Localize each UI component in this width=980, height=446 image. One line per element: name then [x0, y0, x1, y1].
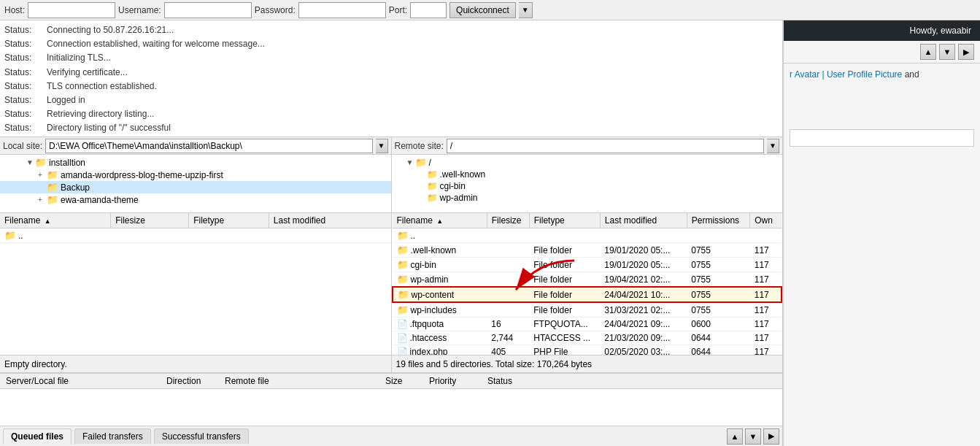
toolbar: Host: Username: Password: Port: Quickcon… — [0, 0, 980, 20]
remote-site-dropdown[interactable]: ▼ — [767, 139, 779, 153]
tree-item[interactable]: + 📁 ewa-amanda-theme — [0, 193, 391, 206]
howdy-bar: Howdy, ewaabir — [784, 20, 980, 41]
password-input[interactable] — [298, 2, 386, 18]
transfer-area: Server/Local file Direction Remote file … — [0, 373, 782, 446]
remote-tree-view[interactable]: ▼ 📁 / 📁 .well-known — [392, 155, 783, 213]
table-row[interactable]: 📁.. — [393, 228, 782, 243]
quickconnect-button[interactable]: Quickconnect — [450, 2, 516, 18]
sidebar-nav-right[interactable]: ▶ — [958, 44, 974, 60]
queue-tabs: Queued files Failed transfers Successful… — [3, 428, 250, 445]
col-server-file: Server/Local file — [6, 376, 166, 386]
local-site-label: Local site: — [3, 141, 42, 151]
bottom-nav-arrows: ▲ ▼ ▶ — [727, 428, 779, 445]
table-row[interactable]: 📄index.php 405PHP File02/05/2020 03:...0… — [393, 345, 782, 355]
table-row[interactable]: 📄.htaccess 2,744HTACCESS ...21/03/2020 0… — [393, 331, 782, 345]
tab-failed-transfers[interactable]: Failed transfers — [74, 428, 151, 445]
username-input[interactable] — [164, 2, 252, 18]
right-sidebar: Howdy, ewaabir ▲ ▼ ▶ r Avatar | User Pro… — [783, 20, 980, 446]
col-permissions[interactable]: Permissions — [687, 213, 749, 228]
table-row[interactable]: 📁cgi-bin File folder19/01/2020 05:...075… — [393, 258, 782, 272]
tree-item[interactable]: ▼ 📁 / — [392, 156, 783, 169]
col-priority: Priority — [429, 376, 487, 386]
host-label: Host: — [4, 5, 25, 15]
sidebar-avatar-text: r Avatar | User Profile Picture and — [790, 69, 974, 80]
nav-down-button[interactable]: ▼ — [745, 428, 761, 445]
sidebar-search-input[interactable] — [790, 129, 974, 147]
nav-right-button[interactable]: ▶ — [763, 428, 779, 445]
local-file-list[interactable]: Filename ▲ Filesize Filetype Last modifi… — [0, 213, 391, 355]
port-label: Port: — [389, 5, 407, 15]
col-filetype[interactable]: Filetype — [529, 213, 600, 228]
local-site-dropdown[interactable]: ▼ — [376, 139, 388, 153]
local-site-input[interactable] — [45, 139, 373, 153]
sidebar-nav-up[interactable]: ▲ — [920, 44, 936, 60]
remote-site-label: Remote site: — [395, 141, 444, 151]
remote-site-input[interactable] — [447, 139, 764, 153]
col-owner[interactable]: Own — [750, 213, 782, 228]
tree-item[interactable]: 📁 cgi-bin — [392, 180, 783, 192]
username-label: Username: — [118, 5, 161, 15]
sidebar-nav-down[interactable]: ▼ — [939, 44, 955, 60]
col-filename[interactable]: Filename ▲ — [393, 213, 487, 228]
nav-up-button[interactable]: ▲ — [727, 428, 743, 445]
local-status-bar: Empty directory. — [0, 355, 391, 372]
howdy-text: Howdy, ewaabir — [910, 26, 971, 36]
table-row[interactable]: 📁wp-includes File folder31/03/2021 02:..… — [393, 302, 782, 318]
avatar-suffix: and — [905, 69, 919, 80]
transfer-column-headers: Server/Local file Direction Remote file … — [0, 373, 782, 389]
tree-item[interactable]: ▼ 📁 installtion — [0, 156, 391, 169]
quickconnect-dropdown[interactable]: ▼ — [519, 2, 533, 18]
tree-item[interactable]: 📁 Backup — [0, 181, 391, 193]
col-lastmodified[interactable]: Last modified — [600, 213, 687, 228]
transfer-list — [0, 389, 782, 426]
remote-file-list[interactable]: Filename ▲ Filesize Filetype Last modifi… — [392, 213, 783, 355]
local-tree-view[interactable]: ▼ 📁 installtion + 📁 amanda-wordpress-blo… — [0, 155, 391, 213]
remote-panel: Remote site: ▼ ▼ 📁 / — [392, 137, 783, 372]
table-row[interactable]: 📁wp-admin File folder19/04/2021 02:...07… — [393, 272, 782, 288]
col-filename[interactable]: Filename ▲ — [0, 213, 111, 228]
host-input[interactable] — [28, 2, 115, 18]
sidebar-content: r Avatar | User Profile Picture and — [784, 64, 980, 446]
remote-status-bar: 19 files and 5 directories. Total size: … — [392, 355, 783, 372]
col-lastmodified[interactable]: Last modified — [269, 213, 390, 228]
tree-item[interactable]: 📁 wp-admin — [392, 192, 783, 204]
col-status: Status — [487, 376, 546, 386]
password-label: Password: — [255, 5, 296, 15]
col-direction: Direction — [166, 376, 225, 386]
local-site-bar: Local site: ▼ — [0, 137, 391, 155]
port-input[interactable] — [410, 2, 447, 18]
table-row[interactable]: 📁.well-known File folder19/01/2020 05:..… — [393, 243, 782, 258]
sidebar-nav-arrows: ▲ ▼ ▶ — [784, 41, 980, 64]
tree-item[interactable]: 📁 .well-known — [392, 169, 783, 180]
col-size: Size — [385, 376, 429, 386]
tab-successful-transfers[interactable]: Successful transfers — [154, 428, 249, 445]
col-remote-file: Remote file — [225, 376, 385, 386]
avatar-link[interactable]: r Avatar | User Profile Picture — [790, 69, 902, 80]
table-row[interactable]: 📁.. — [0, 228, 391, 243]
col-filesize[interactable]: Filesize — [111, 213, 189, 228]
col-filetype[interactable]: Filetype — [189, 213, 269, 228]
local-panel: Local site: ▼ ▼ 📁 installtion — [0, 137, 392, 372]
status-log: Status:Connecting to 50.87.226.16:21... … — [0, 20, 782, 137]
remote-site-bar: Remote site: ▼ — [392, 137, 783, 155]
tree-item[interactable]: + 📁 amanda-wordpress-blog-theme-upzip-fi… — [0, 169, 391, 181]
table-row[interactable]: 📄.ftpquota 16FTPQUOTA...24/04/2021 09:..… — [393, 318, 782, 331]
tab-queued-files[interactable]: Queued files — [3, 428, 72, 445]
wp-content-row[interactable]: 📁wp-content File folder24/04/2021 10:...… — [393, 287, 782, 302]
col-filesize[interactable]: Filesize — [487, 213, 529, 228]
